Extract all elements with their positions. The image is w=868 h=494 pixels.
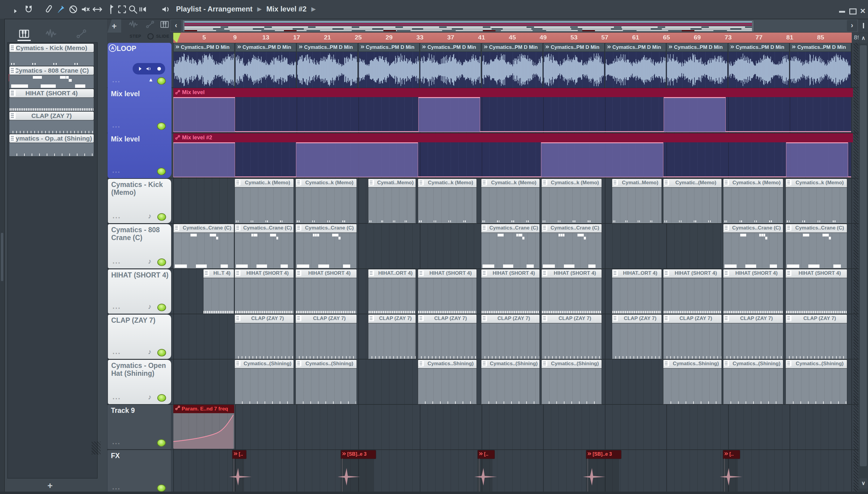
clip-title[interactable]: CLAP (ZAY 7) bbox=[723, 314, 783, 323]
pattern-clip[interactable]: Cymatics..Crane (C) bbox=[785, 224, 847, 269]
clip-title[interactable]: Cymatics..(Shining) bbox=[235, 360, 294, 368]
track-lane[interactable]: Cymatics..(Shining)Cymatics..(Shining)Cy… bbox=[173, 360, 858, 404]
clip-title[interactable]: CLAP (ZAY 7) bbox=[368, 314, 416, 323]
clip-title[interactable]: Cymatics..PM D Min bbox=[605, 43, 666, 52]
pattern-clip[interactable]: CLAP (ZAY 7) bbox=[612, 314, 662, 359]
automation-high-segment[interactable] bbox=[664, 97, 726, 132]
fx-clip[interactable]: [.. bbox=[477, 450, 495, 459]
wave-icon[interactable] bbox=[126, 20, 140, 29]
track-enable-led[interactable] bbox=[157, 122, 166, 130]
pattern-clip[interactable]: Cymati..Memo) bbox=[368, 178, 416, 224]
audio-clip[interactable]: Cymatics..PM D Min bbox=[728, 43, 789, 88]
clip-title[interactable]: Cymatics..PM D Min bbox=[728, 43, 789, 52]
pattern-clip[interactable]: CLAP (ZAY 7) bbox=[663, 314, 722, 359]
piano-icon[interactable] bbox=[159, 20, 170, 29]
clip-title[interactable]: Cymatics..PM D Min bbox=[481, 43, 543, 52]
pattern-clip[interactable]: CLAP (ZAY 7) bbox=[368, 314, 416, 359]
clip-title[interactable]: Cymatics..Crane (C) bbox=[235, 224, 294, 233]
clip-title[interactable]: Cymatics..(Shining) bbox=[723, 360, 783, 368]
track-enable-led[interactable] bbox=[157, 349, 166, 357]
track-enable-led[interactable] bbox=[157, 439, 166, 446]
track-lane[interactable]: Cymatics..PM D MinCymatics..PM D MinCyma… bbox=[173, 43, 858, 88]
track-header[interactable]: Cymatics - Open Hat (Shining)•••♪ bbox=[107, 360, 172, 404]
pattern-clip[interactable]: HIHAT (SHORT 4) bbox=[663, 269, 722, 314]
pattern-name[interactable]: Cymatics - 808 Crane (C) bbox=[9, 66, 94, 75]
pattern-clip[interactable]: Cymatics..k (Memo) bbox=[785, 178, 847, 224]
pattern-clip[interactable]: HIHAT (SHORT 4) bbox=[235, 269, 294, 314]
clip-title[interactable]: CLAP (ZAY 7) bbox=[663, 314, 722, 323]
track-name[interactable]: CLAP (ZAY 7) bbox=[111, 317, 156, 324]
pattern-clip[interactable]: Cymatics..(Shining) bbox=[785, 360, 847, 404]
paint-tool-icon[interactable] bbox=[56, 4, 66, 15]
audio-clip[interactable]: Cymatics..PM D Min bbox=[235, 43, 296, 88]
pattern-clip[interactable]: HIHAT (SHORT 4) bbox=[723, 269, 783, 314]
fx-clip[interactable]: [.. bbox=[232, 450, 246, 459]
audio-clip[interactable]: Cymatics..PM D Min bbox=[358, 43, 419, 88]
track-lane[interactable]: [..[SB]..e 3[..[SB]..e 3[.. bbox=[173, 450, 858, 492]
pattern-item[interactable]: Cymatics - Kick (Memo) bbox=[9, 43, 94, 65]
pattern-clip[interactable]: Cymatic..k (Memo) bbox=[418, 178, 477, 224]
clip-title[interactable]: Cymatics..Crane (C) bbox=[723, 224, 783, 233]
track-grip[interactable]: ••• bbox=[113, 215, 121, 220]
instrument-note-icon[interactable]: ♪ bbox=[148, 393, 152, 401]
clip-title[interactable]: CLAP (ZAY 7) bbox=[785, 314, 847, 323]
pattern-clip[interactable]: HIHAT (SHORT 4) bbox=[295, 269, 357, 314]
clip-title[interactable]: HIHAT..ORT 4) bbox=[612, 269, 662, 278]
collapse-icon[interactable]: ▲ bbox=[148, 77, 153, 83]
vertical-scrollbar-thumb[interactable] bbox=[860, 45, 867, 466]
clip-title[interactable]: Cymatics..k (Memo) bbox=[541, 178, 602, 188]
clip-title[interactable]: Cymatic..(Memo) bbox=[663, 178, 722, 188]
track-name[interactable]: FX bbox=[111, 452, 120, 460]
track-header[interactable]: Mix level••• bbox=[107, 133, 171, 178]
clip-title[interactable]: Cymatics..(Shining) bbox=[785, 360, 847, 368]
pattern-clip[interactable]: CLAP (ZAY 7) bbox=[295, 314, 357, 359]
clip-title[interactable]: Cymatics..Crane (C) bbox=[481, 224, 539, 233]
track-grip[interactable]: ••• bbox=[113, 170, 121, 175]
pattern-clip[interactable]: HIHAT..ORT 4) bbox=[368, 269, 416, 314]
snap-magnet-icon[interactable] bbox=[23, 4, 34, 15]
instrument-note-icon[interactable]: ♪ bbox=[148, 257, 152, 265]
pattern-clip[interactable]: CLAP (ZAY 7) bbox=[235, 314, 294, 359]
horizontal-scrollbar[interactable]: ‹ › bbox=[170, 19, 858, 32]
track-lane[interactable]: Mix level bbox=[173, 88, 858, 133]
horizontal-scrollbar-thumb[interactable] bbox=[182, 20, 754, 32]
sidebar-scrollbar[interactable] bbox=[0, 19, 5, 494]
pattern-name[interactable]: Cymatics - Kick (Memo) bbox=[9, 43, 94, 53]
track-header[interactable]: Cymatics - Kick (Memo)•••♪ bbox=[107, 178, 172, 224]
clip-title[interactable]: HIHAT (SHORT 4) bbox=[418, 269, 477, 278]
automation-high-segment[interactable] bbox=[296, 142, 418, 177]
clip-title[interactable]: HIHAT (SHORT 4) bbox=[541, 269, 602, 278]
track-name[interactable]: Mix level bbox=[111, 90, 140, 98]
panel-resize-grip[interactable] bbox=[92, 441, 101, 455]
track-name[interactable]: Cymatics - Kick (Memo) bbox=[111, 181, 171, 197]
select-tool-icon[interactable] bbox=[117, 4, 127, 15]
track-name[interactable]: LOOP bbox=[117, 45, 136, 53]
clip-title[interactable]: Param. E..nd 7 freq bbox=[173, 405, 234, 413]
vertical-scrollbar[interactable]: ∧ ∨ bbox=[859, 33, 868, 494]
clip-title[interactable]: HIHAT..ORT 4) bbox=[368, 269, 416, 278]
pattern-clip[interactable]: Cymati..Memo) bbox=[612, 178, 662, 224]
clip-title[interactable]: Cymatics..PM D Min bbox=[235, 43, 296, 52]
maximize-icon[interactable] bbox=[849, 8, 856, 15]
pattern-clip[interactable]: HIHAT (SHORT 4) bbox=[785, 269, 847, 314]
audio-clip[interactable]: Cymatics..PM D Min bbox=[543, 43, 604, 88]
automation-clip-body[interactable] bbox=[173, 97, 851, 132]
track-header[interactable]: CLAP (ZAY 7)•••♪ bbox=[107, 314, 172, 359]
add-arrangement-tab[interactable]: + bbox=[107, 19, 121, 33]
draw-tool-icon[interactable] bbox=[43, 4, 54, 15]
clip-title[interactable]: Cymatics..k (Memo) bbox=[295, 178, 357, 188]
track-lane[interactable]: HI..T 4)HIHAT (SHORT 4)HIHAT (SHORT 4)HI… bbox=[173, 269, 858, 314]
pattern-clip[interactable]: CLAP (ZAY 7) bbox=[785, 314, 847, 359]
pattern-clip[interactable]: Cymatic..k (Memo) bbox=[235, 178, 294, 224]
pattern-clip[interactable]: HI..T 4) bbox=[203, 269, 234, 314]
step-toggle[interactable] bbox=[147, 33, 154, 39]
clip-title[interactable]: Cymatics..PM D Min bbox=[297, 43, 358, 52]
clip-title[interactable]: Cymatics..(Shining) bbox=[295, 360, 357, 368]
pattern-item[interactable]: Cymatics - 808 Crane (C) bbox=[9, 66, 94, 88]
clip-title[interactable]: Cymatic..k (Memo) bbox=[418, 178, 477, 188]
track-grip[interactable]: ••• bbox=[113, 124, 121, 129]
clip-title[interactable]: Cymatic..k (Memo) bbox=[481, 178, 539, 188]
automation-clip-title[interactable]: Mix level #2 bbox=[173, 133, 853, 142]
pattern-clip[interactable]: Cymatics..(Shining) bbox=[481, 360, 539, 404]
clip-title[interactable]: HIHAT (SHORT 4) bbox=[235, 269, 294, 278]
